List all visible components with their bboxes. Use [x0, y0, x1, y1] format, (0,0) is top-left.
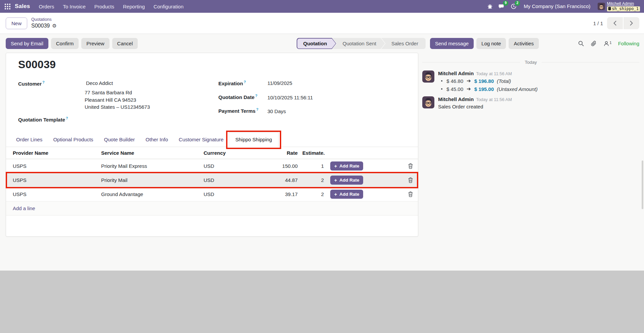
new-button[interactable]: New: [6, 17, 27, 29]
nav-item-products[interactable]: Products: [94, 4, 114, 9]
cell-service: Priority Mail Express: [101, 163, 204, 169]
user-menu[interactable]: Mitchell Admin sh_shippo_1: [598, 1, 640, 11]
scrollbar-thumb[interactable]: [642, 160, 643, 209]
cell-rate: 150.00: [257, 163, 298, 169]
tab-shippo-shipping[interactable]: Shippo Shipping: [229, 132, 278, 147]
table-header-row: Provider Name Service Name Currency Rate…: [6, 147, 418, 159]
plus-icon: +: [334, 192, 337, 197]
header-provider-name[interactable]: Provider Name: [6, 150, 101, 156]
expiration-field[interactable]: 11/09/2025: [267, 80, 292, 86]
cancel-button[interactable]: Cancel: [112, 38, 138, 49]
messages-badge: 9: [503, 1, 508, 6]
table-row[interactable]: USPS Priority Mail Express USD 150.00 1 …: [6, 159, 418, 173]
message-avatar[interactable]: [422, 70, 434, 83]
breadcrumb-bar: New Quotations S00039 ⚙ 1 / 1: [0, 13, 644, 34]
table-row[interactable]: USPS Ground Advantage USD 39.17 2 +Add R…: [6, 187, 418, 201]
nav-item-to-invoice[interactable]: To Invoice: [63, 4, 86, 9]
header-service-name[interactable]: Service Name: [101, 150, 204, 156]
field-name: (Total): [497, 78, 511, 84]
activities-clock-icon[interactable]: 2: [511, 3, 517, 9]
add-rate-button[interactable]: +Add Rate: [330, 190, 363, 199]
nav-right: 9 2 My Company (San Francisco) Mitchell …: [487, 1, 640, 11]
company-switcher[interactable]: My Company (San Francisco): [524, 3, 590, 9]
header-estimate[interactable]: Estimate...: [298, 150, 325, 156]
debug-bug-icon[interactable]: [487, 3, 493, 9]
plus-icon: +: [334, 163, 337, 169]
date-divider: Today: [422, 60, 639, 65]
status-step-quotation[interactable]: Quotation: [297, 38, 336, 49]
quotation-form-sheet: S00039 Customer? Deco Addict 77 Santa Ba…: [6, 53, 418, 237]
bullet-icon: [441, 80, 442, 82]
record-actions-gear-icon[interactable]: ⚙: [52, 22, 56, 29]
add-line-row: Add a line: [6, 201, 418, 216]
followers-count: 1: [610, 41, 612, 45]
cell-estimate: 2: [298, 177, 325, 183]
user-name[interactable]: Mitchell Admin: [607, 1, 634, 6]
pager-previous-button[interactable]: [607, 17, 623, 29]
payment-terms-help-marker: ?: [256, 107, 259, 111]
add-rate-button[interactable]: +Add Rate: [330, 176, 363, 185]
chatter-message: Mitchell Admin Today at 11:56 AM Sales O…: [422, 96, 639, 109]
apps-grid-icon[interactable]: [5, 4, 10, 9]
address-line-3: United States – US12345673: [85, 103, 150, 111]
status-step-sales-order[interactable]: Sales Order: [381, 38, 426, 49]
attachments-paperclip-icon[interactable]: [591, 40, 597, 47]
customer-field[interactable]: Deco Addict: [86, 80, 113, 86]
cell-provider: USPS: [6, 163, 101, 169]
message-timestamp: Today at 11:56 AM: [476, 71, 512, 76]
quotation-date-label: Quotation Date?: [218, 94, 257, 100]
cell-rate: 39.17: [257, 191, 298, 197]
tab-optional-products[interactable]: Optional Products: [48, 132, 98, 147]
delete-row-button[interactable]: [403, 177, 418, 183]
payment-terms-label: Payment Terms?: [218, 107, 258, 114]
add-a-line-link[interactable]: Add a line: [13, 205, 35, 211]
message-author[interactable]: Mitchell Admin: [438, 70, 474, 76]
breadcrumb: Quotations S00039 ⚙: [31, 17, 57, 29]
notebook-tabs: Order Lines Optional Products Quote Buil…: [6, 130, 418, 147]
message-author[interactable]: Mitchell Admin: [438, 96, 474, 102]
delete-row-button[interactable]: [403, 163, 418, 169]
search-messages-icon[interactable]: [578, 40, 584, 47]
add-rate-button[interactable]: +Add Rate: [330, 161, 363, 171]
table-row-selected[interactable]: USPS Priority Mail USD 44.87 2 +Add Rate: [6, 173, 418, 187]
nav-item-orders[interactable]: Orders: [39, 4, 54, 9]
activities-badge: 2: [515, 1, 520, 6]
delete-row-button[interactable]: [403, 191, 418, 197]
customer-help-marker: ?: [42, 80, 45, 84]
tab-customer-signature[interactable]: Customer Signature: [173, 132, 229, 147]
header-currency[interactable]: Currency: [204, 150, 257, 156]
quotation-date-field[interactable]: 10/10/2025 11:56:11: [267, 95, 313, 100]
chatter-panel: Today Mitchell Admin Today at 11:56 AM $…: [422, 55, 639, 114]
messages-icon[interactable]: 9: [499, 3, 505, 9]
send-by-email-button[interactable]: Send by Email: [6, 38, 48, 49]
tracked-changes: $ 46.80 ➔ $ 196.80 (Total) $ 45.00 ➔ $ 1…: [438, 78, 538, 92]
breadcrumb-parent-link[interactable]: Quotations: [31, 17, 57, 22]
followers-control[interactable]: 1: [603, 41, 612, 47]
nav-item-reporting[interactable]: Reporting: [123, 4, 145, 9]
payment-terms-field[interactable]: 30 Days: [267, 108, 286, 114]
log-note-button[interactable]: Log note: [476, 38, 506, 49]
chatter-tools: 1 Following: [578, 38, 640, 49]
arrow-right-icon: ➔: [467, 78, 471, 84]
old-value: $ 45.00: [446, 86, 463, 92]
database-icon: [608, 7, 611, 10]
tab-quote-builder[interactable]: Quote Builder: [99, 132, 140, 147]
nav-item-configuration[interactable]: Configuration: [154, 4, 183, 9]
header-rate[interactable]: Rate: [257, 150, 298, 156]
tracked-change-untaxed: $ 45.00 ➔ $ 195.00 (Untaxed Amount): [438, 86, 538, 92]
tab-other-info[interactable]: Other Info: [140, 132, 173, 147]
chatter-actions: Send message Log note Activities: [430, 38, 539, 49]
tab-order-lines[interactable]: Order Lines: [11, 132, 48, 147]
confirm-button[interactable]: Confirm: [51, 38, 79, 49]
message-avatar[interactable]: [422, 96, 434, 108]
customer-address: 77 Santa Barbara Rd Pleasant Hill CA 945…: [85, 89, 150, 111]
activities-button[interactable]: Activities: [509, 38, 539, 49]
send-message-button[interactable]: Send message: [430, 38, 474, 49]
customer-label: Customer?: [18, 80, 45, 87]
app-name[interactable]: Sales: [15, 3, 30, 10]
status-step-quotation-sent[interactable]: Quotation Sent: [333, 38, 385, 49]
preview-button[interactable]: Preview: [81, 38, 109, 49]
shipping-rates-table: Provider Name Service Name Currency Rate…: [6, 147, 418, 216]
following-toggle[interactable]: Following: [618, 41, 639, 46]
pager-next-button[interactable]: [624, 17, 639, 29]
